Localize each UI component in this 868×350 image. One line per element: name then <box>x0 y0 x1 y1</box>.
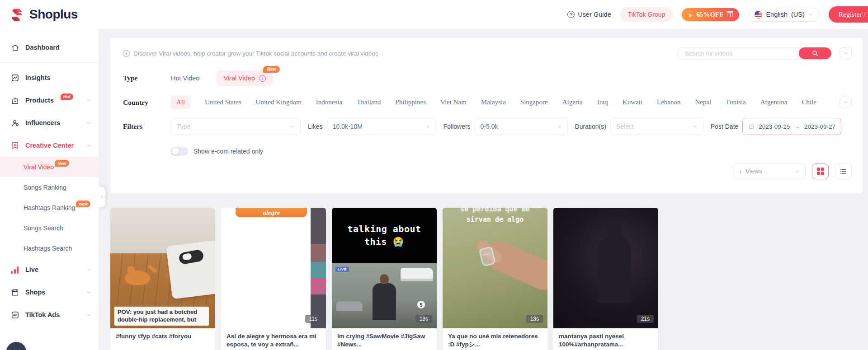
country-option[interactable]: Kuwait <box>623 98 642 106</box>
sidebar-subitem-label: Songs Ranking <box>24 184 66 191</box>
sidebar-item-live[interactable]: Live <box>0 258 99 281</box>
video-card[interactable]: 21s mantanya pasti nyesel 100%#arhanprat… <box>553 208 658 350</box>
sidebar-subitem-viral-video[interactable]: Viral Video New <box>0 157 99 177</box>
storefront-icon <box>11 288 19 297</box>
list-view-button[interactable] <box>835 163 852 179</box>
sidebar-subitem-songs-ranking[interactable]: Songs Ranking <box>0 177 99 197</box>
sidebar-item-tiktok-ads[interactable]: AD TikTok Ads <box>0 303 99 326</box>
home-icon <box>11 43 19 52</box>
language-region: (US) <box>791 11 805 18</box>
country-expand-button[interactable] <box>840 97 852 108</box>
video-thumbnail[interactable]: se perdida que me sirvan de algo 13s <box>443 208 547 328</box>
chevron-down-icon <box>795 169 800 174</box>
brand-logo[interactable]: Shoplus <box>9 6 78 23</box>
type-option-hot-video[interactable]: Hot Video <box>171 75 199 82</box>
sidebar-subitem-hashtags-ranking[interactable]: Hashtags Ranking New <box>0 197 99 218</box>
date-end-value[interactable]: 2023-09-27 <box>804 123 835 130</box>
live-bars-icon <box>11 266 19 274</box>
tiktok-group-button[interactable]: TikTok Group <box>620 7 673 22</box>
app-header: Shoplus ? User Guide TikTok Group 65%OFF… <box>0 0 868 29</box>
video-card[interactable]: POV: you just had a botched double-hip r… <box>110 208 215 350</box>
search-icon <box>811 50 819 57</box>
country-option[interactable]: United Kingdom <box>256 98 302 106</box>
thumbnail-overlay-line1: se perdida que me <box>443 208 547 215</box>
video-thumbnail[interactable]: POV: you just had a botched double-hip r… <box>110 208 215 328</box>
sidebar-item-label: Shops <box>25 289 45 296</box>
sidebar-item-products[interactable]: Products Hot <box>0 89 99 112</box>
party-icon <box>688 12 693 17</box>
country-option[interactable]: Chile <box>802 98 816 106</box>
country-option[interactable]: Iraq <box>597 98 608 106</box>
country-option[interactable]: Tunisia <box>726 98 745 106</box>
filter-likes-select[interactable]: 10.0k-10M <box>327 118 436 135</box>
new-badge: New <box>55 160 69 167</box>
filter-followers-select[interactable]: 0-5.0k <box>475 118 568 135</box>
sidebar-item-influencers[interactable]: Influencers <box>0 112 99 134</box>
country-option[interactable]: Algeria <box>562 98 583 106</box>
grid-icon <box>817 168 824 175</box>
list-icon <box>840 168 847 175</box>
video-caption[interactable]: Im crying #SawMovie #JigSaw #News... <box>332 328 437 350</box>
video-card[interactable]: se perdida que me sirvan de algo 13s Ya … <box>443 208 547 350</box>
tiktok-group-label: TikTok Group <box>628 11 665 18</box>
chevron-down-icon <box>86 290 91 295</box>
sort-by-views-dropdown[interactable]: ↓ Views <box>733 163 806 179</box>
sidebar-collapse-handle[interactable] <box>99 187 105 207</box>
type-option-viral-video[interactable]: Viral Video i New <box>217 70 273 86</box>
us-flag-icon <box>755 11 762 19</box>
country-option[interactable]: Indonesia <box>316 98 342 106</box>
country-option[interactable]: Malaysia <box>481 98 506 106</box>
user-guide-link[interactable]: ? User Guide <box>567 11 611 18</box>
video-thumbnail[interactable]: talking about this 😭 LIVE 5 13s <box>332 208 437 328</box>
search-button[interactable] <box>799 47 831 59</box>
video-caption[interactable]: #funny #fyp #cats #foryou <box>110 328 215 345</box>
country-option[interactable]: Argentina <box>760 98 788 106</box>
sidebar-item-dashboard[interactable]: Dashboard <box>0 36 99 59</box>
search-input[interactable] <box>678 47 799 59</box>
sidebar-item-label: Influencers <box>25 119 60 126</box>
video-caption[interactable]: Así de alegre y hermosa era mi esposa, t… <box>221 328 326 350</box>
date-start-value[interactable]: 2023-09-25 <box>759 123 790 130</box>
country-row-label: Country <box>123 98 171 107</box>
language-selector[interactable]: English (US) <box>748 8 819 22</box>
video-caption[interactable]: mantanya pasti nyesel 100%#arhanpratama.… <box>553 328 658 350</box>
register-login-button[interactable]: Register / L <box>829 6 868 23</box>
post-date-range-picker[interactable]: 2023-09-25 → 2023-09-27 <box>742 118 841 135</box>
sidebar-item-shops[interactable]: Shops <box>0 281 99 303</box>
sidebar-item-creative-center[interactable]: Creative Center <box>0 134 99 157</box>
sidebar-subitem-label: Hashtags Ranking <box>24 204 75 211</box>
country-option[interactable]: Lebanon <box>657 98 680 106</box>
country-option[interactable]: Thailand <box>357 98 381 106</box>
promo-discount-button[interactable]: 65%OFF <box>682 8 739 21</box>
chevron-down-icon <box>290 124 295 129</box>
hot-badge: Hot <box>61 93 73 100</box>
sort-label: Views <box>745 168 762 175</box>
thumbnail-banner-text: alegre <box>236 208 307 217</box>
sidebar: Dashboard Insights Products Hot Influenc… <box>0 29 99 350</box>
country-option[interactable]: United States <box>205 98 241 106</box>
search-expand-button[interactable] <box>840 47 852 59</box>
country-option[interactable]: Philippines <box>395 98 426 106</box>
country-option-all[interactable]: All <box>171 96 190 109</box>
video-thumbnail[interactable]: alegre 11s <box>221 208 326 328</box>
filter-duration-select[interactable]: Select <box>610 118 703 135</box>
sidebar-subitem-hashtags-search[interactable]: Hashtags Search <box>0 238 99 258</box>
person-icon <box>11 119 19 127</box>
filter-type-select[interactable]: Type <box>171 118 301 135</box>
chevron-down-icon <box>693 124 698 129</box>
country-option[interactable]: Viet Nam <box>440 98 467 106</box>
ecom-only-toggle[interactable] <box>171 147 188 156</box>
video-caption[interactable]: Ya que no usé mis retenedores :D #fypシ..… <box>443 328 547 350</box>
sidebar-item-insights[interactable]: Insights <box>0 66 99 89</box>
ecom-toggle-label: Show e-com related only <box>193 148 263 155</box>
followers-select-value: 0-5.0k <box>481 123 498 130</box>
country-option[interactable]: Nepal <box>695 98 711 106</box>
video-card[interactable]: alegre 11s Así de alegre y hermosa era m… <box>221 208 326 350</box>
video-search-bar <box>677 47 832 60</box>
video-results-grid: POV: you just had a botched double-hip r… <box>110 208 658 350</box>
video-thumbnail[interactable]: 21s <box>553 208 658 328</box>
country-option[interactable]: Singapore <box>520 98 548 106</box>
grid-view-button[interactable] <box>812 163 829 179</box>
video-card[interactable]: talking about this 😭 LIVE 5 13s Im cryin… <box>332 208 437 350</box>
sidebar-subitem-songs-search[interactable]: Songs Search <box>0 218 99 238</box>
